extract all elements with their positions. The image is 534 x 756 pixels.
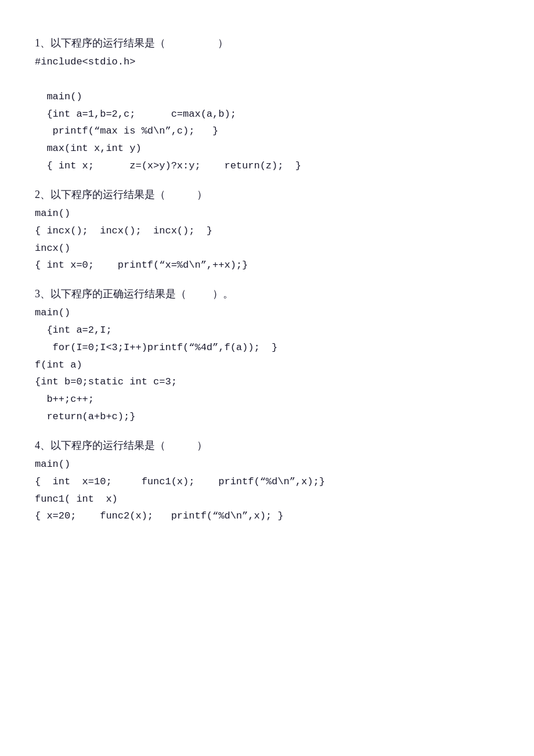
page-content: 1、以下程序的运行结果是（ ） #include<stdio.h> main()… bbox=[35, 34, 499, 525]
q3-line-4: f(int a) bbox=[35, 357, 499, 374]
q3-line-1: main() bbox=[35, 304, 499, 322]
q2-line-3: incx() bbox=[35, 240, 499, 257]
question-1: 1、以下程序的运行结果是（ ） #include<stdio.h> main()… bbox=[35, 34, 499, 175]
q4-line-2: { int x=10; func1(x); printf(“%d\n”,x);} bbox=[35, 473, 499, 491]
q4-line-3: func1( int x) bbox=[35, 491, 499, 508]
q2-line-1: main() bbox=[35, 205, 499, 222]
q1-line-blank bbox=[35, 71, 499, 88]
q1-line-4: printf(“max is %d\n”,c); } bbox=[35, 123, 499, 140]
q4-line-1: main() bbox=[35, 456, 499, 473]
q2-title: 2、以下程序的运行结果是（ ） bbox=[35, 185, 499, 204]
q1-line-1: #include<stdio.h> bbox=[35, 53, 499, 71]
q3-title: 3、以下程序的正确运行结果是（ ）。 bbox=[35, 285, 499, 303]
q1-line-3: {int a=1,b=2,c; c=max(a,b); bbox=[35, 106, 499, 123]
q2-line-2: { incx(); incx(); incx(); } bbox=[35, 222, 499, 240]
question-3: 3、以下程序的正确运行结果是（ ）。 main() {int a=2,I; fo… bbox=[35, 285, 499, 426]
q1-line-2: main() bbox=[35, 88, 499, 106]
q1-line-5: max(int x,int y) bbox=[35, 140, 499, 157]
q2-line-4: { int x=0; printf(“x=%d\n”,++x);} bbox=[35, 257, 499, 274]
q1-line-6: { int x; z=(x>y)?x:y; return(z); } bbox=[35, 157, 499, 175]
q4-line-4: { x=20; func2(x); printf(“%d\n”,x); } bbox=[35, 507, 499, 525]
q4-title: 4、以下程序的运行结果是（ ） bbox=[35, 436, 499, 455]
q3-line-7: return(a+b+c);} bbox=[35, 408, 499, 426]
q3-line-2: {int a=2,I; bbox=[35, 322, 499, 339]
q3-line-3: for(I=0;I<3;I++)printf(“%4d”,f(a)); } bbox=[35, 339, 499, 357]
q1-title: 1、以下程序的运行结果是（ ） bbox=[35, 34, 499, 52]
q3-line-5: {int b=0;static int c=3; bbox=[35, 373, 499, 391]
question-4: 4、以下程序的运行结果是（ ） main() { int x=10; func1… bbox=[35, 436, 499, 525]
question-2: 2、以下程序的运行结果是（ ） main() { incx(); incx();… bbox=[35, 185, 499, 274]
q3-line-6: b++;c++; bbox=[35, 391, 499, 408]
